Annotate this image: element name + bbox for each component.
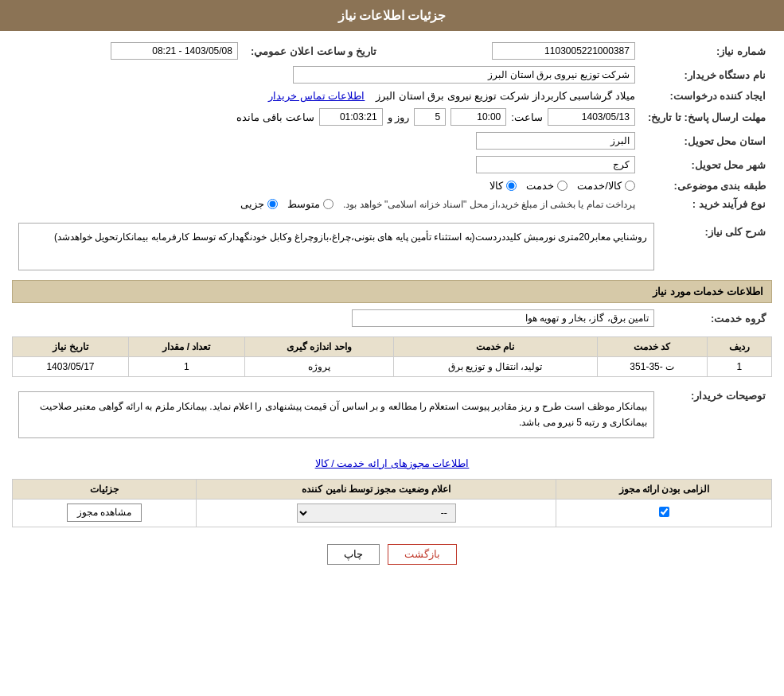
services-table: رديف كد خدمت نام خدمت واحد اندازه گيری ت… <box>12 336 772 377</box>
city-input[interactable] <box>476 156 635 173</box>
province-label: استان محل تحويل: <box>642 129 772 153</box>
buyer-org-input[interactable] <box>293 66 635 84</box>
header-title: جزئيات اطلاعات نياز <box>338 9 447 22</box>
response-day-label: روز و <box>388 111 410 123</box>
col-quantity: تعداد / مقدار <box>128 337 244 357</box>
cell-unit: پروژه <box>244 357 393 377</box>
col-name: نام خدمت <box>393 337 597 357</box>
service-group-input[interactable] <box>352 309 654 327</box>
city-label: شهر محل تحويل: <box>642 153 772 177</box>
top-info-table: شماره نياز: تاريخ و ساعت اعلان عمومي: نا… <box>12 39 772 213</box>
response-date-input[interactable] <box>548 108 635 126</box>
view-permit-button[interactable]: مشاهده مجوز <box>67 504 142 522</box>
permits-required-checkbox[interactable] <box>659 507 669 517</box>
need-number-label: شماره نياز: <box>642 39 772 63</box>
page-header: جزئيات اطلاعات نياز <box>0 0 784 31</box>
province-input[interactable] <box>476 132 635 150</box>
col-date: تاريخ نياز <box>13 337 129 357</box>
cell-row: 1 <box>707 357 771 377</box>
requester-label: ايجاد كننده درخواست: <box>642 87 772 105</box>
category-label: طبقه بندی موضوعی: <box>642 177 772 195</box>
category-khedmat-radio[interactable] <box>557 181 568 191</box>
main-content: شماره نياز: تاريخ و ساعت اعلان عمومي: نا… <box>0 31 784 585</box>
contact-link[interactable]: اطلاعات تماس خريدار <box>268 90 365 102</box>
response-days-input[interactable] <box>414 108 446 126</box>
process-motavasset-radio[interactable] <box>323 199 333 209</box>
buyer-note-label: توصيحات خريدار: <box>661 383 772 446</box>
permits-required-cell <box>556 499 772 527</box>
permits-col-details: جزئيات <box>13 479 197 499</box>
service-group-table: گروه خدمت: <box>12 306 772 330</box>
response-deadline-label: مهلت ارسال پاسخ: تا تاريخ: <box>642 105 772 129</box>
description-table: شرح كلی نياز: روشنايي معابر20متری نورمبش… <box>12 220 772 274</box>
category-kala-radio[interactable] <box>506 181 517 191</box>
category-kala-khedmat-label: كالا/خدمت <box>577 180 622 192</box>
process-label: نوع فرآيند خريد : <box>642 195 772 213</box>
category-kala-label: كالا <box>490 180 503 192</box>
permits-col-required: الزامی بودن ارائه مجوز <box>556 479 772 499</box>
process-radio-group: پرداخت تمام يا بخشی از مبلغ خريد،از محل … <box>18 198 635 210</box>
cell-date: 1403/05/17 <box>13 357 129 377</box>
need-description-label: شرح كلی نياز: <box>661 220 772 274</box>
print-button[interactable]: چاپ <box>327 544 380 565</box>
table-row: 1 ت -35-351 توليد، انتقال و توزيع برق پر… <box>13 357 772 377</box>
back-button[interactable]: بازگشت <box>388 544 457 565</box>
permits-status-cell: -- <box>197 499 556 527</box>
process-motavasset-option[interactable]: متوسط <box>287 198 333 210</box>
buyer-note-text: بيمانكار موظف است طرح و ريز مقادير پيوست… <box>40 401 647 428</box>
service-group-label: گروه خدمت: <box>661 306 772 330</box>
announcement-date-label: تاريخ و ساعت اعلان عمومي: <box>244 39 383 63</box>
cell-quantity: 1 <box>128 357 244 377</box>
cell-code: ت -35-351 <box>597 357 707 377</box>
buyer-note-table: توصيحات خريدار: بيمانكار موظف است طرح و … <box>12 383 772 446</box>
process-note: پرداخت تمام يا بخشی از مبلغ خريد،از محل … <box>343 199 635 210</box>
permits-status-select[interactable]: -- <box>297 504 456 523</box>
category-khedmat-label: خدمت <box>526 180 554 192</box>
process-jazee-radio[interactable] <box>267 199 278 209</box>
permits-table: الزامی بودن ارائه مجوز اعلام وضعيت مجوز … <box>12 479 772 527</box>
process-jazee-option[interactable]: جزيی <box>240 198 278 210</box>
requester-value: ميلاد گرشاسبی كاربرداز شركت توزيع نيروی … <box>376 90 635 102</box>
category-khedmat-option[interactable]: خدمت <box>526 180 568 192</box>
services-section-header: اطلاعات خدمات مورد نياز <box>12 280 772 303</box>
permits-section-link[interactable]: اطلاعات مجوزهای ارائه خدمت / كالا <box>12 453 772 474</box>
permits-col-status: اعلام وضعيت مجوز توسط نامين كننده <box>197 479 556 499</box>
list-item: -- مشاهده مجوز <box>13 499 772 527</box>
response-time-label: ساعت: <box>511 111 543 123</box>
permits-details-cell: مشاهده مجوز <box>13 499 197 527</box>
need-number-input[interactable] <box>492 42 635 60</box>
page-container: جزئيات اطلاعات نياز شماره نياز: تاريخ و … <box>0 0 784 696</box>
col-unit: واحد اندازه گيری <box>244 337 393 357</box>
col-row: رديف <box>707 337 771 357</box>
process-jazee-label: جزيی <box>240 198 264 210</box>
response-time-input[interactable] <box>451 108 506 126</box>
category-radio-group: كالا/خدمت خدمت كالا <box>18 180 635 192</box>
col-code: كد خدمت <box>597 337 707 357</box>
announcement-date-input[interactable] <box>111 42 238 60</box>
response-remaining-input[interactable] <box>319 108 383 126</box>
response-remaining-label: ساعت باقی مانده <box>236 111 314 123</box>
bottom-buttons: بازگشت چاپ <box>12 532 772 577</box>
cell-name: توليد، انتقال و توزيع برق <box>393 357 597 377</box>
category-kala-option[interactable]: كالا <box>490 180 517 192</box>
category-kala-khedmat-option[interactable]: كالا/خدمت <box>577 180 635 192</box>
process-motavasset-label: متوسط <box>287 198 320 210</box>
buyer-org-label: نام دستگاه خريدار: <box>642 63 772 87</box>
buyer-note-box: بيمانكار موظف است طرح و ريز مقادير پيوست… <box>18 391 654 438</box>
need-description-box: روشنايي معابر20متری نورمبش كليددردست(به … <box>18 223 654 270</box>
category-kala-khedmat-radio[interactable] <box>625 181 635 191</box>
